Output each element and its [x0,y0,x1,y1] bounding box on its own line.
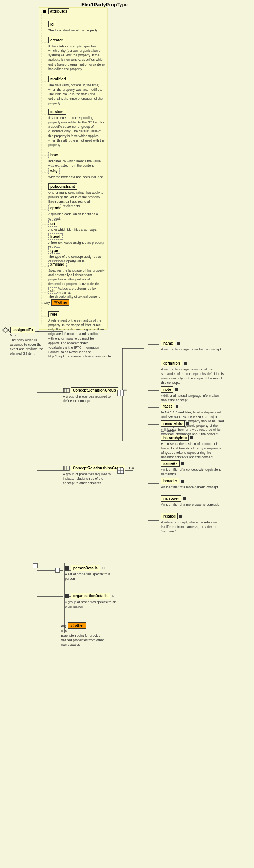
page-title: Flex1PartyPropType [81,2,128,7]
svg-rect-64 [181,480,184,483]
assigned-to-element: assignedTo 0..n The party which is assig… [2,327,45,356]
attr-custom: custom If set to true the corresponding … [48,109,106,147]
svg-rect-63 [181,462,184,465]
attributes-header: attributes [43,8,69,14]
attr-uri: uri A URI which identifies a concept. [48,220,97,232]
right-definition: definition A natural language definition… [161,360,224,385]
svg-rect-65 [183,497,186,500]
attr-id: id The local identifier of the property. [48,21,98,33]
attr-role: role A refinement of the semantics of th… [48,311,106,359]
attr-modified: modified The date (and, optionally, the … [48,76,106,106]
svg-rect-66 [179,515,182,518]
right-same-as: sameAs An identifier of a concept with e… [161,460,224,476]
svg-rect-56 [65,594,69,598]
connector-sq-3 [55,568,60,573]
connector-sq-2 [117,468,124,475]
svg-rect-57 [177,342,180,345]
connector-sq-1 [117,390,124,397]
any-other-bottom: any ##other 0..n Extension point for pro… [61,622,113,647]
svg-rect-60 [176,405,178,408]
attr-why: why Why the metadata has been included. [48,168,104,179]
svg-rect-61 [186,422,189,425]
svg-rect-74 [33,563,37,568]
svg-rect-58 [184,362,187,365]
connector-sq-4 [33,563,38,569]
right-narrower: narrower An identifier of a more specifi… [161,495,219,507]
organisation-details: organisationDetails □ A group of propert… [65,593,117,609]
person-details: personDetails □ A set of properties spec… [65,565,117,581]
right-related: related A related concept, where the rel… [161,513,224,533]
right-hierarchy-info: hierarchyInfo Represents the position of… [161,435,224,460]
svg-rect-62 [190,436,193,439]
svg-rect-55 [65,566,69,570]
svg-rect-59 [175,388,178,391]
right-remote-info: remoteInfo A link to an item or a web re… [161,420,224,436]
attr-any-other: any ##other [44,299,69,306]
right-name: name A natural language name for the con… [161,340,221,352]
attr-dir: dir The directionality of textual conten… [48,287,101,299]
attr-creator: creator If the attribute is empty, speci… [48,37,106,71]
right-broader: broader An identifier of a more generic … [161,478,219,489]
diagram: Flex1PartyPropType attributes id The loc… [0,0,254,868]
svg-rect-73 [55,568,60,572]
attr-qcode: qcode A qualified code which identifies … [48,205,106,221]
attr-literal: literal A free-text value assigned as pr… [48,233,106,249]
attr-how: how Indicates by which means the value w… [48,152,106,168]
right-note: note Additional natural language informa… [161,386,224,402]
svg-marker-48 [2,328,9,332]
